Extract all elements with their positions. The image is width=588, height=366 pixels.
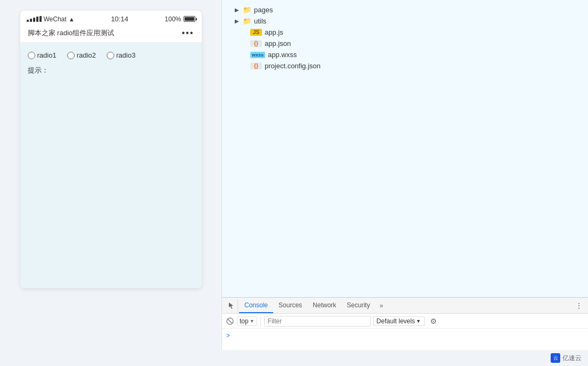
prompt-arrow-icon: > (226, 332, 230, 339)
wifi-icon: ▲ (69, 16, 75, 22)
phone-content: radio1 radio2 radio3 提示： (20, 43, 202, 288)
tree-label-appjson: app.json (265, 39, 291, 47)
status-right: 100% (165, 15, 195, 23)
bottom-bar: 云 亿速云 (0, 350, 588, 366)
tree-label-appwxss: app.wxss (268, 51, 297, 59)
watermark-icon: 云 (551, 353, 560, 363)
radio-item-2[interactable]: radio2 (67, 51, 96, 59)
main-container: WeChat ▲ 10:14 100% 脚本之家 radio组件应用测试 ••• (0, 0, 588, 350)
toolbar-divider (260, 316, 261, 326)
tree-item-pages[interactable]: ▶ 📁 pages (222, 4, 588, 15)
svg-line-1 (228, 319, 233, 323)
hint-label: 提示： (28, 66, 49, 74)
devtools-more-button[interactable]: » (377, 301, 385, 311)
tree-item-appjs[interactable]: ▶ JS app.js (222, 27, 588, 38)
devtools-settings-button[interactable]: ⋮ (572, 299, 586, 313)
devtools-cursor-icon[interactable] (224, 299, 238, 313)
badge-wxss-icon: wxss (250, 52, 265, 58)
tree-label-pages: pages (254, 6, 273, 14)
badge-js-icon: JS (250, 29, 262, 36)
tree-label-projectjson: project.config.json (265, 62, 321, 70)
tree-label-appjs: app.js (265, 28, 283, 36)
radio-label-3: radio3 (116, 51, 136, 59)
badge-json-appjson-icon: {} (250, 40, 262, 47)
radio-circle-3[interactable] (107, 52, 114, 59)
tree-arrow-utils: ▶ (235, 18, 240, 24)
radio-item-3[interactable]: radio3 (107, 51, 136, 59)
tree-arrow-pages: ▶ (235, 7, 240, 13)
radio-label-2: radio2 (77, 51, 96, 59)
tab-sources-label: Sources (279, 301, 302, 309)
tree-item-appjson[interactable]: ▶ {} app.json (222, 38, 588, 49)
radio-circle-2[interactable] (67, 52, 75, 59)
console-levels-label: Default levels (377, 317, 415, 325)
radio-circle-1[interactable] (28, 52, 35, 59)
console-settings-button[interactable]: ⚙ (427, 314, 441, 328)
radio-group: radio1 radio2 radio3 (28, 51, 194, 59)
tree-item-appwxss[interactable]: ▶ wxss app.wxss (222, 49, 588, 60)
console-filter-input[interactable] (264, 316, 371, 327)
badge-json-projectjson-icon: {} (250, 62, 262, 69)
phone-status-bar: WeChat ▲ 10:14 100% (20, 11, 202, 25)
folder-icon-pages: 📁 (243, 6, 251, 14)
tree-item-projectjson[interactable]: ▶ {} project.config.json (222, 60, 588, 71)
status-left: WeChat ▲ (27, 15, 75, 23)
tab-security-label: Security (347, 301, 370, 309)
battery-percent-label: 100% (165, 15, 181, 23)
tab-sources[interactable]: Sources (273, 298, 307, 313)
file-tree: ▶ 📁 pages ▶ 📁 utils ▶ JS app.js ▶ {} app… (222, 0, 588, 297)
hint-row: 提示： (28, 66, 194, 75)
tab-console[interactable]: Console (239, 298, 273, 313)
console-toolbar: top ▼ Default levels ▼ ⚙ (222, 314, 588, 329)
app-name-label: WeChat (44, 15, 67, 23)
console-content: > (222, 329, 588, 350)
tree-item-utils[interactable]: ▶ 📁 utils (222, 15, 588, 27)
right-panel: ▶ 📁 pages ▶ 📁 utils ▶ JS app.js ▶ {} app… (221, 0, 588, 350)
battery-fill (185, 17, 194, 21)
tab-network[interactable]: Network (307, 298, 341, 313)
console-context-arrow: ▼ (250, 319, 255, 324)
console-block-icon[interactable] (225, 316, 235, 326)
console-context-select[interactable]: top ▼ (237, 316, 257, 326)
devtools-panel: Console Sources Network Security » ⋮ (222, 297, 588, 350)
time-display: 10:14 (111, 15, 129, 23)
watermark-icon-text: 云 (553, 355, 558, 362)
tab-security[interactable]: Security (341, 298, 375, 313)
console-context-label: top (240, 317, 249, 325)
watermark-text: 亿速云 (562, 354, 582, 363)
console-levels-select[interactable]: Default levels ▼ (373, 316, 425, 326)
phone-frame: WeChat ▲ 10:14 100% 脚本之家 radio组件应用测试 ••• (20, 11, 202, 288)
phone-app-title: 脚本之家 radio组件应用测试 (28, 28, 115, 38)
radio-item-1[interactable]: radio1 (28, 51, 57, 59)
folder-icon-utils: 📁 (243, 17, 251, 25)
tab-network-label: Network (313, 301, 336, 309)
devtools-tabs-bar: Console Sources Network Security » ⋮ (222, 298, 588, 314)
watermark: 云 亿速云 (551, 353, 582, 363)
signal-icon (27, 16, 42, 22)
tree-label-utils: utils (254, 17, 266, 25)
console-levels-arrow: ▼ (416, 319, 421, 324)
console-prompt-row: > (226, 331, 584, 340)
radio-label-1: radio1 (37, 51, 57, 59)
phone-menu-button[interactable]: ••• (182, 28, 194, 38)
tab-console-label: Console (244, 301, 268, 309)
phone-panel: WeChat ▲ 10:14 100% 脚本之家 radio组件应用测试 ••• (0, 0, 221, 350)
phone-title-bar: 脚本之家 radio组件应用测试 ••• (20, 25, 202, 43)
battery-icon (184, 16, 195, 22)
